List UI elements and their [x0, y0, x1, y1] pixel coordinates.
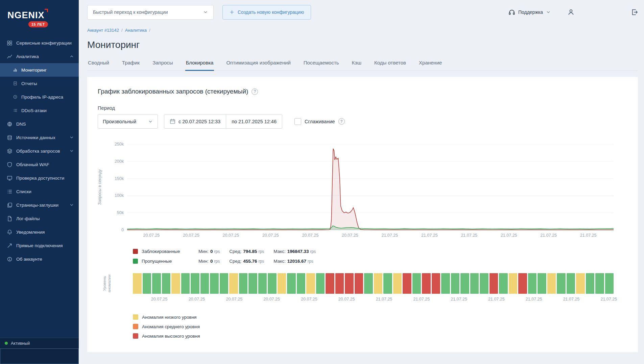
x-tick-label: 20.07.25 [301, 297, 317, 302]
x-tick-label: 20.07.25 [342, 233, 358, 238]
sidebar-subitem[interactable]: Мониторинг [0, 63, 79, 77]
logout-icon [631, 9, 638, 16]
breadcrumb-link[interactable]: Аккаунт #13142 [87, 28, 119, 33]
date-to-field[interactable]: по 21.07.2025 12:46 [226, 114, 282, 128]
x-tick-label: 21.07.25 [376, 297, 392, 302]
legend-stat-value: 0 [210, 249, 213, 254]
sidebar-item[interactable]: Уведомления [0, 225, 79, 239]
x-tick-label: 21.07.25 [413, 297, 430, 302]
chevron-down-icon [69, 135, 74, 140]
create-config-button[interactable]: Создать новую конфигурацию [222, 5, 311, 20]
logout-button[interactable] [631, 9, 638, 16]
help-icon[interactable]: ? [252, 88, 258, 95]
anniversary-badge: 15 ЛЕТ [28, 21, 48, 27]
sidebar-subitem-label: Профиль IP-адреса [21, 95, 74, 100]
sidebar-subitem[interactable]: Профиль IP-адреса [0, 90, 79, 104]
x-tick-label: 20.07.25 [302, 233, 319, 238]
anomaly-bar [393, 273, 402, 294]
tab[interactable]: Посещаемость [303, 60, 340, 71]
anomaly-bar [210, 273, 219, 294]
x-tick-label: 21.07.25 [421, 233, 438, 238]
support-menu[interactable]: Поддержка [508, 9, 551, 16]
x-tick-label: 21.07.25 [488, 297, 505, 302]
breadcrumb-separator: / [149, 28, 150, 33]
headset-icon [508, 9, 515, 16]
layers-icon [7, 148, 13, 154]
chart-icon [7, 54, 13, 59]
sidebar-item[interactable]: Источники данных [0, 131, 79, 144]
sidebar-item[interactable]: Страницы-заглушки [0, 198, 79, 212]
x-tick-label: 20.07.25 [263, 297, 280, 302]
plus-icon [230, 10, 234, 15]
anomaly-bar [335, 273, 344, 294]
x-tick-label: 21.07.25 [461, 233, 477, 238]
sidebar-subitem[interactable]: Отчеты [0, 77, 79, 90]
sidebar-item[interactable]: Списки [0, 185, 79, 198]
sidebar-item[interactable]: Обработка запросов [0, 144, 79, 158]
sidebar-item-label: Облачный WAF [16, 162, 74, 167]
sidebar-subitem[interactable]: DDoS-атаки [0, 104, 79, 117]
sidebar-item-label: Лог-файлы [16, 216, 74, 221]
tab[interactable]: Оптимизация изображений [225, 60, 291, 71]
anomaly-bar [248, 273, 257, 294]
sidebar-item-label: Прямые подключения [16, 243, 74, 248]
sidebar-subitem-label: Отчеты [21, 81, 74, 86]
tab[interactable]: Запросы [152, 60, 174, 71]
tab[interactable]: Трафик [121, 60, 140, 71]
sidebar-item[interactable]: Сервисные конфигурации [0, 36, 79, 50]
tab[interactable]: Сводный [87, 60, 110, 71]
y-tick-label: 0 [121, 228, 124, 232]
sidebar-item[interactable]: Аналитика [0, 50, 79, 63]
date-from-field[interactable]: с 20.07.2025 12:33 [164, 114, 226, 128]
period-select[interactable]: Произвольный [98, 114, 158, 129]
quick-config-select[interactable]: Быстрый переход к конфигурации [87, 5, 214, 20]
anomaly-legend-swatch [133, 333, 138, 339]
legend-stat-max: Макс:12016.67rps [273, 259, 313, 264]
smoothing-checkbox[interactable] [294, 118, 301, 125]
breadcrumb-separator: / [121, 28, 123, 33]
date-range-picker: с 20.07.2025 12:33 по 21.07.2025 12:46 [164, 114, 282, 129]
user-button[interactable] [568, 9, 574, 16]
plug-icon [7, 243, 13, 249]
legend-stat-min: Мин:0rps [198, 259, 220, 264]
sidebar-item[interactable]: Прямые подключения [0, 239, 79, 252]
sidebar-item[interactable]: Лог-файлы [0, 212, 79, 225]
target-icon [13, 95, 18, 99]
sidebar-item[interactable]: Об аккаунте [0, 252, 79, 266]
anomaly-bar [412, 273, 421, 294]
globe-icon [7, 121, 13, 127]
sidebar-item[interactable]: DNS [0, 117, 79, 131]
anomaly-legend-swatch [133, 314, 138, 320]
help-icon[interactable]: ? [338, 118, 345, 125]
anomaly-bar [239, 273, 248, 294]
legend-stat-unit: rps [214, 259, 220, 264]
breadcrumb-link[interactable]: Аналитика [125, 28, 147, 33]
sidebar-item[interactable]: Проверка доступности [0, 171, 79, 185]
file-icon [7, 216, 13, 222]
x-tick-label: 20.07.25 [151, 297, 168, 302]
tab[interactable]: Коды ответов [374, 60, 407, 71]
sidebar-item[interactable]: Облачный WAF [0, 158, 79, 171]
doc-icon [13, 81, 18, 86]
logo[interactable]: NGENIX 15 ЛЕТ [0, 0, 79, 36]
tab[interactable]: Кэш [351, 60, 362, 71]
legend-stat-unit: rps [308, 259, 313, 264]
smoothing-control: Сглаживание ? [294, 118, 345, 125]
legend-stat-unit: rps [214, 249, 220, 254]
tab[interactable]: Блокировка [185, 60, 214, 71]
x-tick-label: 20.07.25 [223, 233, 239, 238]
anomaly-strip-chart: Уровень аномалии [133, 273, 614, 294]
panel-title: График заблокированных запросов (стекиру… [98, 88, 248, 95]
topbar-right: Поддержка [508, 9, 638, 16]
anomaly-legend-label: Аномалия высокого уровня [142, 334, 200, 339]
anomaly-bar [605, 273, 614, 294]
sidebar-footer-panel[interactable] [0, 348, 79, 364]
x-axis-labels: 20.07.2520.07.2520.07.2520.07.2520.07.25… [127, 233, 614, 239]
anomaly-bar [191, 273, 199, 294]
anomaly-bar [152, 273, 161, 294]
anomaly-bar [576, 273, 585, 294]
tab[interactable]: Хранение [418, 60, 443, 71]
anomaly-bar [268, 273, 277, 294]
logo-corner-accent [45, 9, 48, 12]
anomaly-bar [538, 273, 546, 294]
